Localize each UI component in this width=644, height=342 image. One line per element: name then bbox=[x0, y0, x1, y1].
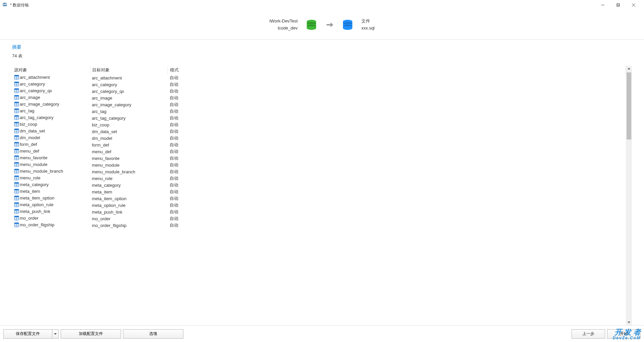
table-row[interactable]: meta_item_optionmeta_item_option自动 bbox=[12, 195, 626, 202]
cell-mode: 自动 bbox=[168, 81, 626, 88]
cell-target: arc_tag bbox=[90, 108, 168, 115]
svg-rect-84 bbox=[14, 169, 19, 170]
cell-target: mo_order bbox=[90, 215, 168, 222]
cell-mode: 自动 bbox=[168, 222, 626, 229]
database-target-icon bbox=[342, 19, 353, 31]
cell-target: menu_module_branch bbox=[90, 168, 168, 175]
svg-point-0 bbox=[3, 3, 6, 4]
svg-rect-34 bbox=[14, 102, 19, 103]
save-profile-button[interactable]: 保存配置文件 bbox=[3, 329, 52, 339]
cell-target: dm_data_set bbox=[90, 128, 168, 135]
table-icon bbox=[14, 81, 19, 87]
cell-source: arc_category_qx bbox=[12, 88, 90, 94]
table-row[interactable]: arc_category_qxarc_category_qx自动 bbox=[12, 88, 626, 95]
summary-count: 74 表 bbox=[12, 53, 632, 59]
database-source-icon bbox=[306, 19, 317, 31]
cell-mode: 自动 bbox=[168, 108, 626, 115]
options-button[interactable]: 选项 bbox=[123, 329, 183, 339]
table-row[interactable]: arc_image_categoryarc_image_category自动 bbox=[12, 101, 626, 108]
cell-target: menu_role bbox=[90, 175, 168, 182]
table-icon bbox=[14, 162, 19, 167]
table-icon bbox=[14, 75, 19, 80]
table-row[interactable]: meta_itemmeta_item自动 bbox=[12, 188, 626, 195]
table-row[interactable]: biz_coopbiz_coop自动 bbox=[12, 121, 626, 128]
cell-source: arc_attachment bbox=[12, 74, 90, 80]
cell-target: menu_def bbox=[90, 148, 168, 155]
table-row[interactable]: meta_option_rulemeta_option_rule自动 bbox=[12, 202, 626, 209]
summary-heading: 摘要 bbox=[12, 44, 632, 50]
target-file: xxx.sql bbox=[361, 25, 375, 32]
svg-rect-44 bbox=[14, 115, 19, 117]
col-target[interactable]: 目标对象 bbox=[90, 66, 168, 74]
svg-rect-49 bbox=[14, 122, 19, 123]
table-row[interactable]: menu_favoritemenu_favorite自动 bbox=[12, 155, 626, 162]
cell-source: arc_image bbox=[12, 95, 90, 100]
save-profile-dropdown[interactable] bbox=[52, 329, 59, 339]
window-title: * 数据传输 bbox=[10, 2, 595, 8]
table-row[interactable]: arc_imagearc_image自动 bbox=[12, 95, 626, 101]
table-row[interactable]: mo_ordermo_order自动 bbox=[12, 215, 626, 222]
svg-rect-119 bbox=[14, 216, 19, 217]
cell-mode: 自动 bbox=[168, 74, 626, 81]
table-icon bbox=[14, 108, 19, 113]
cell-source: menu_favorite bbox=[12, 155, 90, 161]
close-button[interactable] bbox=[626, 0, 641, 10]
cell-mode: 自动 bbox=[168, 168, 626, 175]
cell-mode: 自动 bbox=[168, 121, 626, 128]
svg-rect-59 bbox=[14, 135, 19, 137]
footer-toolbar: 保存配置文件 加载配置文件 选项 上一步 开始 bbox=[0, 325, 644, 342]
col-source[interactable]: 源对象 bbox=[12, 66, 90, 74]
svg-rect-79 bbox=[14, 162, 19, 164]
svg-rect-3 bbox=[617, 4, 619, 6]
load-profile-button[interactable]: 加载配置文件 bbox=[61, 329, 121, 339]
cell-target: arc_category bbox=[90, 81, 168, 88]
table-icon bbox=[14, 142, 19, 147]
table-row[interactable]: menu_defmenu_def自动 bbox=[12, 148, 626, 155]
table-row[interactable]: mo_order_fligshipmo_order_fligship自动 bbox=[12, 222, 626, 229]
svg-rect-39 bbox=[14, 109, 19, 110]
table-row[interactable]: meta_categorymeta_category自动 bbox=[12, 182, 626, 188]
table-icon bbox=[14, 216, 19, 221]
col-mode[interactable]: 模式 bbox=[168, 66, 626, 74]
table-row[interactable]: form_defform_def自动 bbox=[12, 141, 626, 148]
table-row[interactable]: arc_tagarc_tag自动 bbox=[12, 108, 626, 115]
cell-mode: 自动 bbox=[168, 88, 626, 95]
table-icon bbox=[14, 195, 19, 201]
cell-target: meta_item_option bbox=[90, 195, 168, 202]
cell-mode: 自动 bbox=[168, 148, 626, 155]
cell-source: meta_item_option bbox=[12, 195, 90, 201]
table-row[interactable]: menu_modulemenu_module自动 bbox=[12, 162, 626, 168]
cell-target: meta_item bbox=[90, 188, 168, 195]
minimize-button[interactable] bbox=[595, 0, 610, 10]
svg-rect-29 bbox=[14, 95, 19, 97]
cell-mode: 自动 bbox=[168, 141, 626, 148]
cell-target: meta_push_link bbox=[90, 209, 168, 215]
cell-mode: 自动 bbox=[168, 188, 626, 195]
scroll-down-icon[interactable] bbox=[626, 319, 632, 325]
table-row[interactable]: meta_push_linkmeta_push_link自动 bbox=[12, 209, 626, 215]
table-icon bbox=[14, 135, 19, 140]
table-icon bbox=[14, 88, 19, 93]
table-icon bbox=[14, 175, 19, 180]
maximize-button[interactable] bbox=[610, 0, 626, 10]
cell-source: menu_module_branch bbox=[12, 168, 90, 174]
scroll-thumb[interactable] bbox=[627, 72, 631, 139]
table-row[interactable]: menu_rolemenu_role自动 bbox=[12, 175, 626, 182]
table-row[interactable]: dm_data_setdm_data_set自动 bbox=[12, 128, 626, 135]
table-row[interactable]: arc_tag_categoryarc_tag_category自动 bbox=[12, 115, 626, 121]
scroll-up-icon[interactable] bbox=[626, 66, 632, 72]
cell-source: meta_item bbox=[12, 188, 90, 194]
table-row[interactable]: arc_categoryarc_category自动 bbox=[12, 81, 626, 88]
cell-mode: 自动 bbox=[168, 95, 626, 101]
table-row[interactable]: arc_attachmentarc_attachment自动 bbox=[12, 74, 626, 81]
table-icon bbox=[14, 95, 19, 100]
vertical-scrollbar[interactable] bbox=[626, 66, 632, 325]
cell-mode: 自动 bbox=[168, 115, 626, 121]
cell-source: dm_data_set bbox=[12, 128, 90, 134]
table-row[interactable]: dm_modeldm_model自动 bbox=[12, 135, 626, 141]
table-row[interactable]: menu_module_branchmenu_module_branch自动 bbox=[12, 168, 626, 175]
prev-button[interactable]: 上一步 bbox=[572, 329, 605, 339]
cell-source: biz_coop bbox=[12, 121, 90, 127]
start-button[interactable]: 开始 bbox=[607, 329, 641, 339]
svg-rect-14 bbox=[14, 75, 19, 76]
